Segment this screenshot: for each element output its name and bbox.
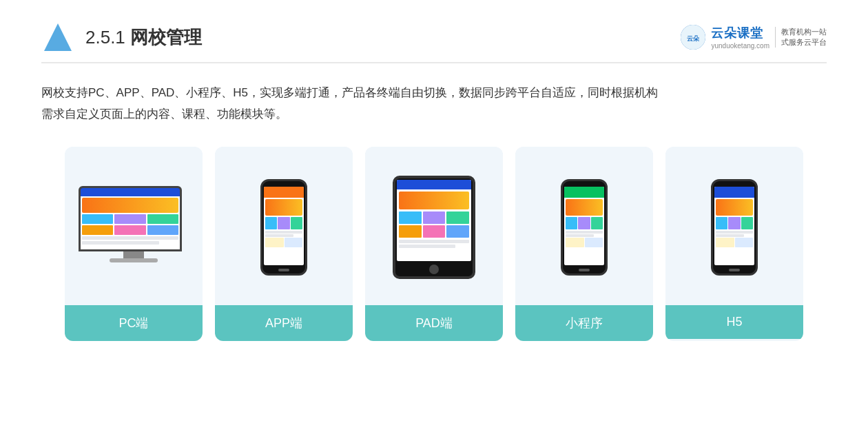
svg-text:云朵: 云朵 — [687, 35, 700, 42]
header: 2.5.1 网校管理 云朵 云朵课堂 yunduoketang.com 教育机构… — [41, 21, 827, 63]
tablet-device — [393, 176, 475, 279]
card-pad: PAD端 — [365, 147, 503, 341]
phone-device-h5 — [711, 179, 758, 276]
pc-device — [79, 186, 189, 269]
description: 网校支持PC、APP、PAD、小程序、H5，实现多端打通，产品各终端自由切换，数… — [41, 83, 827, 125]
brand-logo: 云朵 云朵课堂 yunduoketang.com 教育机构一站 式服务云平台 — [681, 25, 827, 50]
brand-logo-img: 云朵 — [681, 25, 705, 50]
brand-text: 云朵课堂 yunduoketang.com — [711, 25, 769, 50]
cards-container: PC端 — [41, 147, 827, 341]
phone-device-app — [260, 179, 307, 276]
svg-marker-0 — [44, 23, 72, 51]
description-line1: 网校支持PC、APP、PAD、小程序、H5，实现多端打通，产品各终端自由切换，数… — [41, 83, 827, 104]
card-h5: H5 — [665, 147, 803, 341]
page-container: 2.5.1 网校管理 云朵 云朵课堂 yunduoketang.com 教育机构… — [0, 0, 868, 434]
phone-device-mini — [561, 179, 608, 276]
card-h5-label: H5 — [665, 305, 803, 339]
card-miniprogram-label: 小程序 — [515, 305, 653, 341]
card-pc: PC端 — [65, 147, 203, 341]
card-h5-image — [665, 147, 803, 305]
card-miniprogram: 小程序 — [515, 147, 653, 341]
card-pad-image — [365, 147, 503, 305]
header-left: 2.5.1 网校管理 — [41, 21, 202, 54]
card-pc-label: PC端 — [65, 305, 203, 341]
description-line2: 需求自定义页面上的内容、课程、功能模块等。 — [41, 104, 827, 125]
card-app: APP端 — [215, 147, 353, 341]
card-pc-image — [65, 147, 203, 305]
card-pad-label: PAD端 — [365, 305, 503, 341]
logo-icon — [41, 21, 74, 54]
card-app-label: APP端 — [215, 305, 353, 341]
brand-slogan: 教育机构一站 式服务云平台 — [775, 27, 827, 48]
brand-name: 云朵课堂 — [711, 25, 769, 41]
brand-url: yunduoketang.com — [711, 42, 769, 50]
card-app-image — [215, 147, 353, 305]
page-title: 2.5.1 网校管理 — [85, 25, 202, 50]
card-miniprogram-image — [515, 147, 653, 305]
